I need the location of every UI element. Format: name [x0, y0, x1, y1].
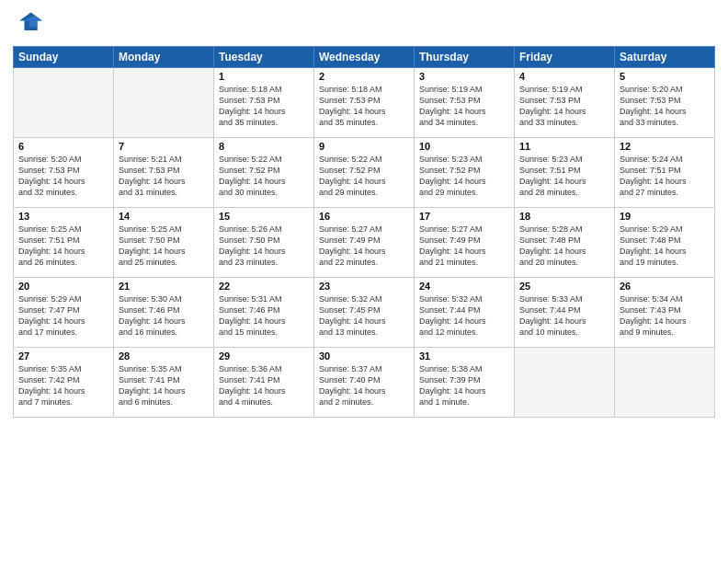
- cell-info: Sunrise: 5:37 AM Sunset: 7:40 PM Dayligh…: [319, 363, 409, 408]
- day-number: 22: [219, 281, 309, 292]
- day-header-cell: Monday: [114, 47, 214, 68]
- calendar-cell: 2Sunrise: 5:18 AM Sunset: 7:53 PM Daylig…: [314, 68, 415, 138]
- cell-info: Sunrise: 5:18 AM Sunset: 7:53 PM Dayligh…: [219, 84, 309, 129]
- calendar-cell: 16Sunrise: 5:27 AM Sunset: 7:49 PM Dayli…: [314, 208, 415, 278]
- calendar-cell: 13Sunrise: 5:25 AM Sunset: 7:51 PM Dayli…: [14, 208, 114, 278]
- day-number: 14: [119, 211, 209, 222]
- day-number: 1: [219, 71, 309, 82]
- cell-info: Sunrise: 5:22 AM Sunset: 7:52 PM Dayligh…: [219, 154, 309, 199]
- cell-info: Sunrise: 5:35 AM Sunset: 7:41 PM Dayligh…: [119, 363, 209, 408]
- day-number: 4: [519, 71, 609, 82]
- week-row: 1Sunrise: 5:18 AM Sunset: 7:53 PM Daylig…: [14, 68, 715, 138]
- calendar-cell: 29Sunrise: 5:36 AM Sunset: 7:41 PM Dayli…: [214, 348, 314, 418]
- day-number: 30: [319, 350, 409, 362]
- day-number: 20: [18, 281, 108, 292]
- day-number: 23: [319, 281, 409, 292]
- cell-info: Sunrise: 5:22 AM Sunset: 7:52 PM Dayligh…: [319, 154, 409, 199]
- cell-info: Sunrise: 5:34 AM Sunset: 7:43 PM Dayligh…: [620, 293, 710, 339]
- day-number: 25: [519, 281, 609, 292]
- day-number: 24: [419, 281, 509, 292]
- cell-info: Sunrise: 5:33 AM Sunset: 7:44 PM Dayligh…: [519, 293, 609, 339]
- day-number: 15: [219, 211, 309, 222]
- calendar-cell: 9Sunrise: 5:22 AM Sunset: 7:52 PM Daylig…: [314, 138, 415, 208]
- calendar-cell: 7Sunrise: 5:21 AM Sunset: 7:53 PM Daylig…: [114, 138, 214, 208]
- day-header-cell: Friday: [515, 47, 615, 68]
- day-number: 16: [319, 211, 409, 222]
- day-number: 12: [620, 141, 710, 152]
- cell-info: Sunrise: 5:20 AM Sunset: 7:53 PM Dayligh…: [18, 154, 108, 199]
- day-number: 28: [119, 350, 209, 362]
- calendar-cell: 10Sunrise: 5:23 AM Sunset: 7:52 PM Dayli…: [415, 138, 515, 208]
- day-header-cell: Saturday: [615, 47, 715, 68]
- day-number: 11: [519, 141, 609, 152]
- cell-info: Sunrise: 5:26 AM Sunset: 7:50 PM Dayligh…: [219, 224, 309, 269]
- week-row: 6Sunrise: 5:20 AM Sunset: 7:53 PM Daylig…: [14, 138, 715, 208]
- calendar-cell: 1Sunrise: 5:18 AM Sunset: 7:53 PM Daylig…: [214, 68, 314, 138]
- cell-info: Sunrise: 5:29 AM Sunset: 7:48 PM Dayligh…: [620, 224, 710, 269]
- day-number: 5: [620, 71, 710, 82]
- calendar-cell: 28Sunrise: 5:35 AM Sunset: 7:41 PM Dayli…: [114, 348, 214, 418]
- cell-info: Sunrise: 5:38 AM Sunset: 7:39 PM Dayligh…: [419, 363, 509, 408]
- cell-info: Sunrise: 5:25 AM Sunset: 7:51 PM Dayligh…: [18, 224, 108, 269]
- day-number: 2: [319, 71, 409, 82]
- cell-info: Sunrise: 5:18 AM Sunset: 7:53 PM Dayligh…: [319, 84, 409, 129]
- calendar-cell: 19Sunrise: 5:29 AM Sunset: 7:48 PM Dayli…: [615, 208, 715, 278]
- day-number: 17: [419, 211, 509, 222]
- calendar-cell: 3Sunrise: 5:19 AM Sunset: 7:53 PM Daylig…: [415, 68, 515, 138]
- week-row: 27Sunrise: 5:35 AM Sunset: 7:42 PM Dayli…: [14, 348, 715, 418]
- calendar-cell: 24Sunrise: 5:32 AM Sunset: 7:44 PM Dayli…: [415, 278, 515, 348]
- calendar-cell: 12Sunrise: 5:24 AM Sunset: 7:51 PM Dayli…: [615, 138, 715, 208]
- calendar-table: SundayMondayTuesdayWednesdayThursdayFrid…: [13, 46, 715, 418]
- logo-icon: [13, 9, 42, 39]
- cell-info: Sunrise: 5:23 AM Sunset: 7:52 PM Dayligh…: [419, 154, 509, 199]
- day-number: 6: [18, 141, 108, 152]
- day-number: 10: [419, 141, 509, 152]
- calendar-cell: 20Sunrise: 5:29 AM Sunset: 7:47 PM Dayli…: [14, 278, 114, 348]
- calendar-cell: 30Sunrise: 5:37 AM Sunset: 7:40 PM Dayli…: [314, 348, 415, 418]
- week-row: 20Sunrise: 5:29 AM Sunset: 7:47 PM Dayli…: [14, 278, 715, 348]
- cell-info: Sunrise: 5:27 AM Sunset: 7:49 PM Dayligh…: [419, 224, 509, 269]
- day-number: 21: [119, 281, 209, 292]
- calendar-cell: 8Sunrise: 5:22 AM Sunset: 7:52 PM Daylig…: [214, 138, 314, 208]
- day-number: 13: [18, 211, 108, 222]
- cell-info: Sunrise: 5:31 AM Sunset: 7:46 PM Dayligh…: [219, 293, 309, 339]
- day-header-cell: Sunday: [14, 47, 114, 68]
- cell-info: Sunrise: 5:35 AM Sunset: 7:42 PM Dayligh…: [18, 363, 108, 408]
- cell-info: Sunrise: 5:25 AM Sunset: 7:50 PM Dayligh…: [119, 224, 209, 269]
- logo: [13, 9, 46, 39]
- day-number: 18: [519, 211, 609, 222]
- day-number: 29: [219, 350, 309, 362]
- calendar-cell: 18Sunrise: 5:28 AM Sunset: 7:48 PM Dayli…: [515, 208, 615, 278]
- calendar-cell: [14, 68, 114, 138]
- calendar-cell: 5Sunrise: 5:20 AM Sunset: 7:53 PM Daylig…: [615, 68, 715, 138]
- cell-info: Sunrise: 5:28 AM Sunset: 7:48 PM Dayligh…: [519, 224, 609, 269]
- day-number: 8: [219, 141, 309, 152]
- cell-info: Sunrise: 5:19 AM Sunset: 7:53 PM Dayligh…: [519, 84, 609, 129]
- day-number: 27: [18, 350, 108, 362]
- calendar-cell: 15Sunrise: 5:26 AM Sunset: 7:50 PM Dayli…: [214, 208, 314, 278]
- calendar-cell: 6Sunrise: 5:20 AM Sunset: 7:53 PM Daylig…: [14, 138, 114, 208]
- page: SundayMondayTuesdayWednesdayThursdayFrid…: [0, 0, 728, 563]
- calendar-cell: 26Sunrise: 5:34 AM Sunset: 7:43 PM Dayli…: [615, 278, 715, 348]
- day-number: 3: [419, 71, 509, 82]
- cell-info: Sunrise: 5:19 AM Sunset: 7:53 PM Dayligh…: [419, 84, 509, 129]
- day-number: 26: [620, 281, 710, 292]
- cell-info: Sunrise: 5:32 AM Sunset: 7:44 PM Dayligh…: [419, 293, 509, 339]
- cell-info: Sunrise: 5:29 AM Sunset: 7:47 PM Dayligh…: [18, 293, 108, 339]
- calendar-cell: 17Sunrise: 5:27 AM Sunset: 7:49 PM Dayli…: [415, 208, 515, 278]
- calendar-cell: 22Sunrise: 5:31 AM Sunset: 7:46 PM Dayli…: [214, 278, 314, 348]
- cell-info: Sunrise: 5:32 AM Sunset: 7:45 PM Dayligh…: [319, 293, 409, 339]
- day-number: 19: [620, 211, 710, 222]
- calendar-cell: [114, 68, 214, 138]
- cell-info: Sunrise: 5:24 AM Sunset: 7:51 PM Dayligh…: [620, 154, 710, 199]
- cell-info: Sunrise: 5:20 AM Sunset: 7:53 PM Dayligh…: [620, 84, 710, 129]
- day-header-row: SundayMondayTuesdayWednesdayThursdayFrid…: [14, 47, 715, 68]
- calendar-cell: 14Sunrise: 5:25 AM Sunset: 7:50 PM Dayli…: [114, 208, 214, 278]
- header: [13, 9, 715, 39]
- day-header-cell: Tuesday: [214, 47, 314, 68]
- calendar-cell: 11Sunrise: 5:23 AM Sunset: 7:51 PM Dayli…: [515, 138, 615, 208]
- day-number: 9: [319, 141, 409, 152]
- cell-info: Sunrise: 5:23 AM Sunset: 7:51 PM Dayligh…: [519, 154, 609, 199]
- cell-info: Sunrise: 5:21 AM Sunset: 7:53 PM Dayligh…: [119, 154, 209, 199]
- day-header-cell: Thursday: [415, 47, 515, 68]
